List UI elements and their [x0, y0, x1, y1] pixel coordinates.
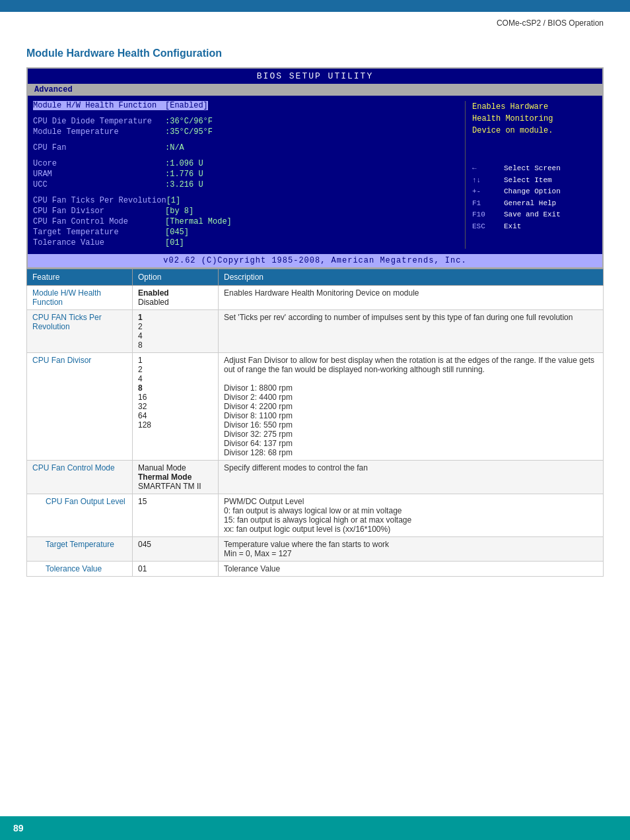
- bios-key-desc: Exit: [504, 221, 521, 233]
- top-bar: [0, 0, 630, 12]
- option-cell: 01: [133, 562, 219, 577]
- bios-row: CPU Fan Ticks Per Revolution [1]: [33, 196, 458, 205]
- bios-key-desc: Select Item: [504, 175, 552, 187]
- option-item: 15: [138, 497, 213, 506]
- feature-cell: CPU FAN Ticks Per Revolution: [27, 310, 133, 353]
- bios-row: Module H/W Health Function [Enabled]: [33, 101, 458, 110]
- bios-row-value: [Enabled]: [165, 101, 208, 110]
- subtitle: COMe-cSP2 / BIOS Operation: [497, 18, 604, 28]
- table-row: Tolerance Value01Tolerance Value: [27, 562, 604, 577]
- table-header-row: Feature Option Description: [27, 269, 604, 286]
- bios-row-value: :1.776 U: [165, 170, 203, 179]
- bios-key-desc: Save and Exit: [504, 209, 561, 221]
- bios-row-value: :1.096 U: [165, 159, 203, 168]
- bios-row-label: CPU Fan Ticks Per Revolution: [33, 196, 166, 205]
- bios-row: Ucore :1.096 U: [33, 159, 458, 168]
- page-title-area: Module Hardware Health Configuration: [0, 28, 630, 67]
- desc-cell: Set 'Ticks per rev' according to number …: [219, 310, 604, 353]
- table-row: Target Temperature045Temperature value w…: [27, 537, 604, 562]
- col-option: Option: [133, 269, 219, 286]
- desc-cell: Specify different modes to control the f…: [219, 461, 604, 494]
- table-row: CPU Fan Output Level15PWM/DC Output Leve…: [27, 494, 604, 537]
- option-item: 2: [138, 365, 213, 374]
- bios-key: ←: [472, 163, 499, 175]
- bios-key-desc: General Help: [504, 198, 556, 210]
- bios-help-text: Enables HardwareHealth MonitoringDevice …: [472, 101, 597, 137]
- bios-row-label: URAM: [33, 170, 165, 179]
- bios-title-bar: BIOS SETUP UTILITY: [28, 69, 602, 84]
- bottom-bar: 89: [0, 816, 630, 840]
- bios-right: Enables HardwareHealth MonitoringDevice …: [465, 101, 597, 249]
- col-description: Description: [219, 269, 604, 286]
- option-item: 64: [138, 411, 213, 420]
- bios-row-label: CPU Die Diode Temperature: [33, 117, 165, 126]
- option-cell: 15: [133, 494, 219, 537]
- option-cell: Manual ModeThermal ModeSMARTFAN TM II: [133, 461, 219, 494]
- feature-cell: CPU Fan Output Level: [27, 494, 133, 537]
- bios-menu-bar: Advanced: [28, 84, 602, 96]
- feature-cell: Tolerance Value: [27, 562, 133, 577]
- bios-row-value: [045]: [165, 228, 189, 237]
- bios-row-label: Tolerance Value: [33, 238, 165, 247]
- data-table: Feature Option Description Module H/W He…: [26, 269, 604, 577]
- bios-row-value: [01]: [165, 238, 184, 247]
- option-item: 128: [138, 420, 213, 430]
- bios-key: ↑↓: [472, 175, 499, 187]
- table-row: CPU Fan Control ModeManual ModeThermal M…: [27, 461, 604, 494]
- option-cell: 1248163264128: [133, 353, 219, 461]
- bios-key-help: ←Select Screen↑↓Select Item+-Change Opti…: [472, 163, 597, 233]
- bios-key-row: ESCExit: [472, 221, 597, 233]
- option-item: 2: [138, 322, 213, 331]
- option-item: 045: [138, 540, 213, 549]
- bios-row-value: [by 8]: [165, 207, 193, 216]
- bios-key: F1: [472, 198, 499, 210]
- bios-box: BIOS SETUP UTILITY Advanced Module H/W H…: [26, 67, 604, 269]
- bios-key-row: ↑↓Select Item: [472, 175, 597, 187]
- bios-row-value: :36°C/96°F: [165, 117, 213, 126]
- feature-cell: Module H/W Health Function: [27, 286, 133, 310]
- option-item: 1: [138, 356, 213, 365]
- feature-cell: CPU Fan Control Mode: [27, 461, 133, 494]
- bios-row-value: [Thermal Mode]: [165, 217, 232, 226]
- bios-row: UCC :3.216 U: [33, 180, 458, 189]
- table-row: CPU FAN Ticks Per Revolution1248Set 'Tic…: [27, 310, 604, 353]
- option-cell: EnabledDisabled: [133, 286, 219, 310]
- feature-cell: CPU Fan Divisor: [27, 353, 133, 461]
- bios-row-value: :N/A: [165, 143, 184, 152]
- bios-row: URAM :1.776 U: [33, 170, 458, 179]
- bios-row-value: :3.216 U: [165, 180, 203, 189]
- bios-row-label: Ucore: [33, 159, 165, 168]
- bios-key-desc: Select Screen: [504, 163, 561, 175]
- bios-row: CPU Fan Divisor [by 8]: [33, 207, 458, 216]
- option-item: Thermal Mode: [138, 472, 213, 482]
- option-item: Disabled: [138, 298, 213, 307]
- desc-cell: Temperature value where the fan starts t…: [219, 537, 604, 562]
- option-cell: 045: [133, 537, 219, 562]
- bios-row: Tolerance Value [01]: [33, 238, 458, 247]
- desc-cell: Adjust Fan Divisor to allow for best dis…: [219, 353, 604, 461]
- bios-footer: v02.62 (C)Copyright 1985-2008, American …: [28, 254, 602, 267]
- bios-row-label: Module H/W Health Function: [33, 101, 165, 110]
- bios-content: Module H/W Health Function [Enabled]CPU …: [28, 96, 602, 254]
- bios-key: +-: [472, 186, 499, 198]
- bios-row-label: Target Temperature: [33, 228, 165, 237]
- option-item: 01: [138, 564, 213, 573]
- option-item: Manual Mode: [138, 463, 213, 472]
- bios-row-value: [1]: [166, 196, 181, 205]
- desc-cell: Tolerance Value: [219, 562, 604, 577]
- page-number: 89: [13, 823, 24, 833]
- table-row: CPU Fan Divisor1248163264128Adjust Fan D…: [27, 353, 604, 461]
- bios-row: CPU Fan :N/A: [33, 143, 458, 152]
- bios-key-row: ←Select Screen: [472, 163, 597, 175]
- desc-cell: PWM/DC Output Level0: fan output is alwa…: [219, 494, 604, 537]
- bios-key: F10: [472, 209, 499, 221]
- bios-row-value: :35°C/95°F: [165, 127, 213, 137]
- table-header: Feature Option Description: [27, 269, 604, 286]
- bios-row-label: Module Temperature: [33, 127, 165, 137]
- bios-key-row: F10Save and Exit: [472, 209, 597, 221]
- bios-row-label: UCC: [33, 180, 165, 189]
- col-feature: Feature: [27, 269, 133, 286]
- option-cell: 1248: [133, 310, 219, 353]
- option-item: SMARTFAN TM II: [138, 482, 213, 491]
- option-item: 4: [138, 331, 213, 340]
